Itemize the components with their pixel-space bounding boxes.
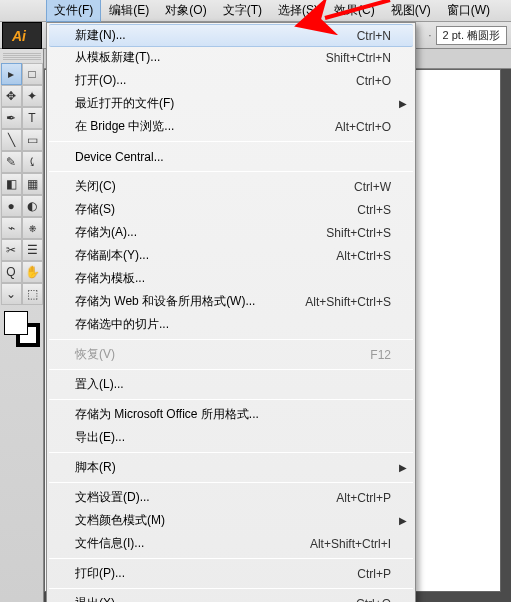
toolbox: ▸□✥✦✒T╲▭✎⤹◧▦●◐⌁⎈✂☰Q✋⌄⬚ xyxy=(0,49,44,602)
tool-button[interactable]: ╲ xyxy=(1,129,22,151)
menu-item[interactable]: 置入(L)... xyxy=(47,373,415,396)
menubar-view[interactable]: 视图(V) xyxy=(383,0,439,22)
menubar-edit[interactable]: 编辑(E) xyxy=(101,0,157,22)
menu-item-label: Device Central... xyxy=(75,150,391,164)
menu-item-shortcut: Shift+Ctrl+N xyxy=(326,51,391,65)
menu-item[interactable]: 退出(X)Ctrl+Q xyxy=(47,592,415,602)
menu-item-label: 新建(N)... xyxy=(75,27,357,44)
tool-button[interactable]: ✎ xyxy=(1,151,22,173)
menu-item[interactable]: 打开(O)...Ctrl+O xyxy=(47,69,415,92)
menu-item-shortcut: F12 xyxy=(370,348,391,362)
menu-item[interactable]: 存储(S)Ctrl+S xyxy=(47,198,415,221)
menu-separator xyxy=(49,141,413,142)
menu-separator xyxy=(49,588,413,589)
menu-item-shortcut: Alt+Ctrl+S xyxy=(336,249,391,263)
menu-separator xyxy=(49,452,413,453)
toolbox-grip[interactable] xyxy=(3,53,41,61)
menu-item-shortcut: Ctrl+S xyxy=(357,203,391,217)
menubar-type[interactable]: 文字(T) xyxy=(215,0,270,22)
menubar-window[interactable]: 窗口(W) xyxy=(439,0,498,22)
menu-item-label: 文件信息(I)... xyxy=(75,535,310,552)
menu-item[interactable]: 文档设置(D)...Alt+Ctrl+P xyxy=(47,486,415,509)
menu-item-label: 存储副本(Y)... xyxy=(75,247,336,264)
tool-button[interactable]: T xyxy=(22,107,43,129)
menu-separator xyxy=(49,399,413,400)
tool-button[interactable]: ⤹ xyxy=(22,151,43,173)
menu-separator xyxy=(49,369,413,370)
tool-button[interactable]: ✋ xyxy=(22,261,43,283)
chevron-right-icon: ▶ xyxy=(399,98,407,109)
menu-item[interactable]: 脚本(R)▶ xyxy=(47,456,415,479)
menu-item-shortcut: Alt+Shift+Ctrl+I xyxy=(310,537,391,551)
color-swatches[interactable] xyxy=(4,311,40,347)
menu-item[interactable]: 从模板新建(T)...Shift+Ctrl+N xyxy=(47,46,415,69)
menu-item[interactable]: 关闭(C)Ctrl+W xyxy=(47,175,415,198)
tool-button[interactable]: ⬚ xyxy=(22,283,43,305)
menu-item[interactable]: 存储为模板... xyxy=(47,267,415,290)
menu-separator xyxy=(49,339,413,340)
menu-item-label: 从模板新建(T)... xyxy=(75,49,326,66)
menu-item[interactable]: 最近打开的文件(F)▶ xyxy=(47,92,415,115)
menubar: 文件(F) 编辑(E) 对象(O) 文字(T) 选择(S) 效果(C) 视图(V… xyxy=(0,0,511,22)
tool-button[interactable]: ▭ xyxy=(22,129,43,151)
menu-item-label: 存储为 Microsoft Office 所用格式... xyxy=(75,406,391,423)
menu-item[interactable]: 导出(E)... xyxy=(47,426,415,449)
menu-separator xyxy=(49,171,413,172)
menubar-select[interactable]: 选择(S) xyxy=(270,0,326,22)
menu-item-shortcut: Ctrl+W xyxy=(354,180,391,194)
menubar-file[interactable]: 文件(F) xyxy=(46,0,101,22)
menubar-object[interactable]: 对象(O) xyxy=(157,0,214,22)
menu-item[interactable]: 在 Bridge 中浏览...Alt+Ctrl+O xyxy=(47,115,415,138)
menu-item[interactable]: 存储副本(Y)...Alt+Ctrl+S xyxy=(47,244,415,267)
tool-button[interactable]: ▦ xyxy=(22,173,43,195)
stroke-profile[interactable]: 2 pt. 椭圆形 xyxy=(436,26,507,45)
tool-button[interactable]: ● xyxy=(1,195,22,217)
menu-item[interactable]: 新建(N)...Ctrl+N xyxy=(49,24,413,47)
tool-button[interactable]: ◐ xyxy=(22,195,43,217)
tool-button[interactable]: ◧ xyxy=(1,173,22,195)
menu-item-shortcut: Alt+Ctrl+O xyxy=(335,120,391,134)
menu-item-label: 存储为 Web 和设备所用格式(W)... xyxy=(75,293,305,310)
menu-item-label: 打开(O)... xyxy=(75,72,356,89)
menu-item-label: 在 Bridge 中浏览... xyxy=(75,118,335,135)
tool-button[interactable]: ☰ xyxy=(22,239,43,261)
menu-item-label: 打印(P)... xyxy=(75,565,357,582)
menu-item[interactable]: 打印(P)...Ctrl+P xyxy=(47,562,415,585)
menu-item-shortcut: Shift+Ctrl+S xyxy=(326,226,391,240)
app-logo: Ai xyxy=(2,22,42,49)
menu-item-label: 恢复(V) xyxy=(75,346,370,363)
tool-button[interactable]: ✒ xyxy=(1,107,22,129)
menu-item-label: 存储选中的切片... xyxy=(75,316,391,333)
menu-item[interactable]: Device Central... xyxy=(47,145,415,168)
menu-item-label: 导出(E)... xyxy=(75,429,391,446)
menu-item[interactable]: 存储选中的切片... xyxy=(47,313,415,336)
tool-button[interactable]: □ xyxy=(22,63,43,85)
tool-button[interactable]: ✂ xyxy=(1,239,22,261)
menu-item[interactable]: 文档颜色模式(M)▶ xyxy=(47,509,415,532)
menu-item-label: 存储(S) xyxy=(75,201,357,218)
tool-button[interactable]: ⎈ xyxy=(22,217,43,239)
tool-button[interactable]: ⌁ xyxy=(1,217,22,239)
menu-item[interactable]: 文件信息(I)...Alt+Shift+Ctrl+I xyxy=(47,532,415,555)
chevron-right-icon: ▶ xyxy=(399,515,407,526)
file-menu-dropdown: 新建(N)...Ctrl+N从模板新建(T)...Shift+Ctrl+N打开(… xyxy=(46,22,416,602)
menu-item-label: 退出(X) xyxy=(75,595,356,602)
menu-item-label: 最近打开的文件(F) xyxy=(75,95,391,112)
tool-button[interactable]: Q xyxy=(1,261,22,283)
menu-item[interactable]: 存储为 Microsoft Office 所用格式... xyxy=(47,403,415,426)
menu-item[interactable]: 存储为 Web 和设备所用格式(W)...Alt+Shift+Ctrl+S xyxy=(47,290,415,313)
fill-swatch[interactable] xyxy=(4,311,28,335)
menu-item-shortcut: Ctrl+P xyxy=(357,567,391,581)
menu-item-shortcut: Alt+Shift+Ctrl+S xyxy=(305,295,391,309)
tool-button[interactable]: ▸ xyxy=(1,63,22,85)
tool-button[interactable]: ✦ xyxy=(22,85,43,107)
menubar-effect[interactable]: 效果(C) xyxy=(326,0,383,22)
menu-item[interactable]: 存储为(A)...Shift+Ctrl+S xyxy=(47,221,415,244)
menu-separator xyxy=(49,558,413,559)
menu-item-label: 存储为模板... xyxy=(75,270,391,287)
chevron-right-icon: ▶ xyxy=(399,462,407,473)
tool-button[interactable]: ⌄ xyxy=(1,283,22,305)
menu-item-label: 存储为(A)... xyxy=(75,224,326,241)
tool-button[interactable]: ✥ xyxy=(1,85,22,107)
svg-text:Ai: Ai xyxy=(11,28,27,44)
